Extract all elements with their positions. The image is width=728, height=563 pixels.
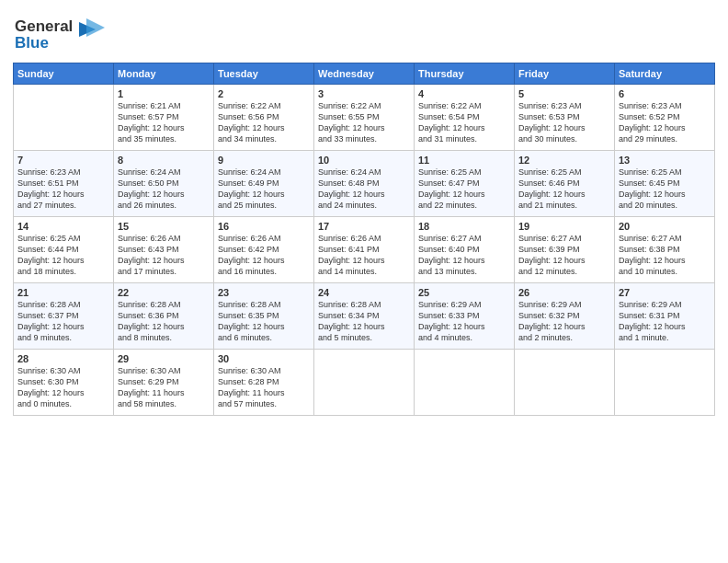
calendar-cell: 7Sunrise: 6:23 AM Sunset: 6:51 PM Daylig… [14, 151, 114, 217]
cell-info: Sunrise: 6:29 AM Sunset: 6:32 PM Dayligh… [518, 299, 610, 344]
day-number: 16 [218, 221, 310, 232]
calendar-cell [14, 85, 114, 151]
cell-info: Sunrise: 6:24 AM Sunset: 6:49 PM Dayligh… [218, 167, 310, 212]
weekday-header: Friday [515, 63, 615, 85]
cell-info: Sunrise: 6:25 AM Sunset: 6:45 PM Dayligh… [619, 167, 711, 212]
day-number: 26 [518, 287, 610, 298]
calendar-cell: 30Sunrise: 6:30 AM Sunset: 6:28 PM Dayli… [214, 350, 314, 416]
page-container: General Blue SundayMondayTuesdayWednesda… [0, 0, 728, 563]
calendar-cell [615, 350, 715, 416]
calendar-cell: 21Sunrise: 6:28 AM Sunset: 6:37 PM Dayli… [14, 283, 114, 350]
day-number: 24 [318, 287, 410, 298]
cell-info: Sunrise: 6:30 AM Sunset: 6:29 PM Dayligh… [118, 365, 210, 410]
calendar-cell: 24Sunrise: 6:28 AM Sunset: 6:34 PM Dayli… [314, 283, 415, 350]
day-number: 20 [619, 221, 711, 232]
cell-info: Sunrise: 6:23 AM Sunset: 6:53 PM Dayligh… [518, 100, 610, 145]
cell-info: Sunrise: 6:28 AM Sunset: 6:34 PM Dayligh… [318, 299, 410, 344]
calendar-cell: 10Sunrise: 6:24 AM Sunset: 6:48 PM Dayli… [314, 151, 415, 217]
calendar-cell: 22Sunrise: 6:28 AM Sunset: 6:36 PM Dayli… [114, 283, 214, 350]
calendar-cell: 12Sunrise: 6:25 AM Sunset: 6:46 PM Dayli… [515, 151, 615, 217]
weekday-header: Thursday [415, 63, 515, 85]
cell-info: Sunrise: 6:24 AM Sunset: 6:48 PM Dayligh… [318, 167, 410, 212]
cell-info: Sunrise: 6:29 AM Sunset: 6:33 PM Dayligh… [418, 299, 510, 344]
svg-text:Blue: Blue [15, 34, 49, 52]
cell-info: Sunrise: 6:30 AM Sunset: 6:28 PM Dayligh… [218, 365, 310, 410]
calendar-cell: 2Sunrise: 6:22 AM Sunset: 6:56 PM Daylig… [214, 85, 314, 151]
weekday-header: Monday [114, 63, 214, 85]
calendar-cell: 5Sunrise: 6:23 AM Sunset: 6:53 PM Daylig… [515, 85, 615, 151]
cell-info: Sunrise: 6:26 AM Sunset: 6:41 PM Dayligh… [318, 233, 410, 278]
calendar-cell: 4Sunrise: 6:22 AM Sunset: 6:54 PM Daylig… [415, 85, 515, 151]
calendar-week-row: 28Sunrise: 6:30 AM Sunset: 6:30 PM Dayli… [14, 350, 715, 416]
day-number: 28 [17, 353, 109, 364]
calendar-cell: 27Sunrise: 6:29 AM Sunset: 6:31 PM Dayli… [615, 283, 715, 350]
cell-info: Sunrise: 6:28 AM Sunset: 6:37 PM Dayligh… [17, 299, 109, 344]
weekday-header-row: SundayMondayTuesdayWednesdayThursdayFrid… [14, 63, 715, 85]
calendar-cell: 9Sunrise: 6:24 AM Sunset: 6:49 PM Daylig… [214, 151, 314, 217]
cell-info: Sunrise: 6:23 AM Sunset: 6:51 PM Dayligh… [17, 167, 109, 212]
day-number: 18 [418, 221, 510, 232]
day-number: 14 [17, 221, 109, 232]
cell-info: Sunrise: 6:25 AM Sunset: 6:44 PM Dayligh… [17, 233, 109, 278]
calendar-week-row: 14Sunrise: 6:25 AM Sunset: 6:44 PM Dayli… [14, 217, 715, 283]
weekday-header: Wednesday [314, 63, 415, 85]
header: General Blue [13, 9, 715, 57]
calendar-week-row: 21Sunrise: 6:28 AM Sunset: 6:37 PM Dayli… [14, 283, 715, 350]
calendar-cell: 15Sunrise: 6:26 AM Sunset: 6:43 PM Dayli… [114, 217, 214, 283]
calendar-cell [314, 350, 415, 416]
calendar-cell: 20Sunrise: 6:27 AM Sunset: 6:38 PM Dayli… [615, 217, 715, 283]
calendar-cell [515, 350, 615, 416]
day-number: 21 [17, 287, 109, 298]
calendar-week-row: 7Sunrise: 6:23 AM Sunset: 6:51 PM Daylig… [14, 151, 715, 217]
calendar-cell: 19Sunrise: 6:27 AM Sunset: 6:39 PM Dayli… [515, 217, 615, 283]
calendar-cell: 3Sunrise: 6:22 AM Sunset: 6:55 PM Daylig… [314, 85, 415, 151]
cell-info: Sunrise: 6:22 AM Sunset: 6:56 PM Dayligh… [218, 100, 310, 145]
logo-text: General Blue [13, 13, 114, 57]
cell-info: Sunrise: 6:26 AM Sunset: 6:43 PM Dayligh… [118, 233, 210, 278]
day-number: 15 [118, 221, 210, 232]
day-number: 30 [218, 353, 310, 364]
day-number: 29 [118, 353, 210, 364]
cell-info: Sunrise: 6:21 AM Sunset: 6:57 PM Dayligh… [118, 100, 210, 145]
weekday-header: Tuesday [214, 63, 314, 85]
cell-info: Sunrise: 6:25 AM Sunset: 6:46 PM Dayligh… [518, 167, 610, 212]
cell-info: Sunrise: 6:26 AM Sunset: 6:42 PM Dayligh… [218, 233, 310, 278]
day-number: 10 [318, 155, 410, 166]
cell-info: Sunrise: 6:30 AM Sunset: 6:30 PM Dayligh… [17, 365, 109, 410]
cell-info: Sunrise: 6:28 AM Sunset: 6:35 PM Dayligh… [218, 299, 310, 344]
cell-info: Sunrise: 6:23 AM Sunset: 6:52 PM Dayligh… [619, 100, 711, 145]
day-number: 12 [518, 155, 610, 166]
day-number: 1 [118, 88, 210, 99]
cell-info: Sunrise: 6:22 AM Sunset: 6:54 PM Dayligh… [418, 100, 510, 145]
calendar-cell: 6Sunrise: 6:23 AM Sunset: 6:52 PM Daylig… [615, 85, 715, 151]
day-number: 5 [518, 88, 610, 99]
calendar-cell: 28Sunrise: 6:30 AM Sunset: 6:30 PM Dayli… [14, 350, 114, 416]
cell-info: Sunrise: 6:28 AM Sunset: 6:36 PM Dayligh… [118, 299, 210, 344]
day-number: 19 [518, 221, 610, 232]
cell-info: Sunrise: 6:22 AM Sunset: 6:55 PM Dayligh… [318, 100, 410, 145]
day-number: 11 [418, 155, 510, 166]
day-number: 6 [619, 88, 711, 99]
calendar-cell: 29Sunrise: 6:30 AM Sunset: 6:29 PM Dayli… [114, 350, 214, 416]
day-number: 22 [118, 287, 210, 298]
calendar-cell: 23Sunrise: 6:28 AM Sunset: 6:35 PM Dayli… [214, 283, 314, 350]
svg-marker-3 [86, 18, 105, 37]
calendar-week-row: 1Sunrise: 6:21 AM Sunset: 6:57 PM Daylig… [14, 85, 715, 151]
logo-svg: General Blue [13, 13, 114, 53]
day-number: 25 [418, 287, 510, 298]
calendar-cell: 8Sunrise: 6:24 AM Sunset: 6:50 PM Daylig… [114, 151, 214, 217]
cell-info: Sunrise: 6:27 AM Sunset: 6:40 PM Dayligh… [418, 233, 510, 278]
calendar-cell: 25Sunrise: 6:29 AM Sunset: 6:33 PM Dayli… [415, 283, 515, 350]
calendar-cell: 11Sunrise: 6:25 AM Sunset: 6:47 PM Dayli… [415, 151, 515, 217]
calendar-cell: 18Sunrise: 6:27 AM Sunset: 6:40 PM Dayli… [415, 217, 515, 283]
day-number: 23 [218, 287, 310, 298]
calendar-cell: 16Sunrise: 6:26 AM Sunset: 6:42 PM Dayli… [214, 217, 314, 283]
day-number: 3 [318, 88, 410, 99]
calendar-cell: 1Sunrise: 6:21 AM Sunset: 6:57 PM Daylig… [114, 85, 214, 151]
calendar-table: SundayMondayTuesdayWednesdayThursdayFrid… [13, 63, 715, 416]
cell-info: Sunrise: 6:27 AM Sunset: 6:39 PM Dayligh… [518, 233, 610, 278]
calendar-cell: 26Sunrise: 6:29 AM Sunset: 6:32 PM Dayli… [515, 283, 615, 350]
calendar-cell [415, 350, 515, 416]
cell-info: Sunrise: 6:24 AM Sunset: 6:50 PM Dayligh… [118, 167, 210, 212]
logo: General Blue [13, 13, 114, 57]
